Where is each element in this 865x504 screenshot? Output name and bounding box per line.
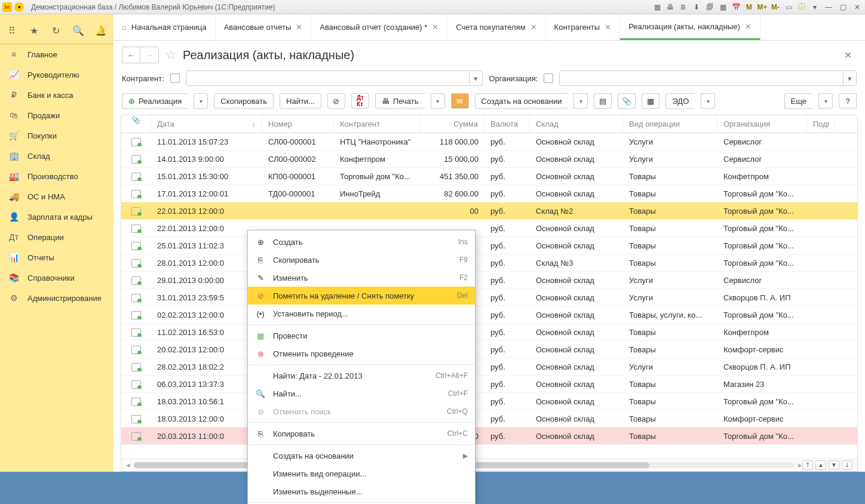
- tab[interactable]: Счета покупателям✕: [447, 14, 545, 40]
- close-page-button[interactable]: ✕: [844, 50, 857, 61]
- more-button[interactable]: Еще: [784, 93, 812, 109]
- print-dropdown[interactable]: ▾: [431, 93, 445, 109]
- minimize-button[interactable]: —: [823, 2, 834, 12]
- context-menu-item[interactable]: Изменить вид операции...: [248, 465, 475, 483]
- tb-icon[interactable]: ▭: [784, 2, 793, 12]
- col-ext[interactable]: Подг: [807, 115, 835, 133]
- nav-forward-button[interactable]: →: [140, 47, 158, 63]
- favorite-star-icon[interactable]: ☆: [165, 47, 177, 63]
- cancel-search-button[interactable]: ⊘: [327, 93, 345, 109]
- tab-close-icon[interactable]: ✕: [530, 23, 537, 32]
- create-button[interactable]: ⊕Реализация: [122, 93, 188, 109]
- find-button[interactable]: Найти...: [280, 93, 321, 109]
- context-menu-item[interactable]: 🔍 Найти... Ctrl+F: [248, 385, 475, 402]
- col-store[interactable]: Склад: [530, 115, 623, 133]
- context-menu-item[interactable]: Создать на основании ▶: [248, 447, 475, 465]
- maximize-button[interactable]: ▢: [838, 2, 848, 12]
- m-button[interactable]: M: [744, 2, 754, 12]
- grid-nav-bottom[interactable]: ⤓: [842, 460, 852, 470]
- context-menu-item[interactable]: ⎘ Скопировать F9: [248, 251, 475, 269]
- table-row[interactable]: 20.02.2013 12:00:0 руб. Основной склад Т…: [121, 341, 857, 358]
- table-row[interactable]: 17.01.2013 12:00:01 ТД00-000001 ИнноТрей…: [121, 185, 857, 202]
- table-row[interactable]: 02.02.2013 12:00:0 руб. Основной склад Т…: [121, 306, 857, 324]
- history-icon[interactable]: ↻: [51, 26, 61, 36]
- info-icon[interactable]: ⓘ: [797, 2, 806, 12]
- filter-contragent-combo[interactable]: ▾: [186, 70, 483, 86]
- copy-button[interactable]: Скопировать: [214, 93, 274, 109]
- sidebar-item[interactable]: ≡Главное: [0, 44, 114, 64]
- context-menu-item[interactable]: ⊘ Пометить на удаление / Снять пометку D…: [248, 287, 475, 305]
- sidebar-item[interactable]: ₽Банк и касса: [0, 85, 114, 105]
- table-row[interactable]: 11.02.2013 16:53:0 руб. Основной склад Т…: [121, 324, 857, 341]
- context-menu-item[interactable]: Изменить выделенные...: [248, 483, 475, 500]
- tb-icon[interactable]: ▦: [652, 2, 662, 12]
- grid-nav-down[interactable]: ▼: [829, 460, 839, 470]
- close-button[interactable]: ✕: [852, 2, 863, 12]
- tab[interactable]: ⌂Начальная страница: [114, 14, 216, 40]
- tb-icon[interactable]: ⬇: [692, 2, 701, 12]
- app-menu-dropdown[interactable]: ▾: [14, 2, 24, 12]
- sidebar-item[interactable]: 📊Отчеты: [0, 247, 114, 268]
- tab-close-icon[interactable]: ✕: [745, 22, 751, 31]
- table-row[interactable]: 28.02.2013 18:02:2 руб. Основной склад У…: [121, 358, 857, 376]
- col-attach[interactable]: 📎: [121, 115, 151, 133]
- table-row[interactable]: 18.03.2013 12:00:0 руб. Основной склад Т…: [121, 410, 857, 428]
- table-row[interactable]: 11.01.2013 15:07:23 СЛ00-000001 НТЦ "Нан…: [121, 133, 857, 150]
- context-menu-item[interactable]: ✎ Изменить F2: [248, 269, 475, 287]
- tab[interactable]: Авансовые отчеты✕: [216, 14, 312, 40]
- col-date[interactable]: Дата↓: [151, 115, 262, 133]
- col-currency[interactable]: Валюта: [484, 115, 530, 133]
- tab[interactable]: Контрагенты✕: [546, 14, 621, 40]
- col-number[interactable]: Номер: [262, 115, 334, 133]
- email-button[interactable]: ✉: [451, 93, 469, 109]
- create-dropdown[interactable]: ▾: [194, 93, 208, 109]
- tool-icon-1[interactable]: ▤: [594, 93, 612, 109]
- edo-button[interactable]: ЭДО: [665, 93, 695, 109]
- attach-button[interactable]: 📎: [618, 93, 636, 109]
- create-base-button[interactable]: Создать на основании: [475, 93, 568, 109]
- table-row[interactable]: 20.03.2013 11:00:0 00 руб. Основной скла…: [121, 428, 857, 445]
- tab[interactable]: Авансовый отчет (создание) *✕: [311, 14, 447, 40]
- preview-icon[interactable]: 🗎: [679, 2, 688, 12]
- sidebar-item[interactable]: 📈Руководителю: [0, 64, 114, 85]
- dtkt-button[interactable]: ДтКт: [351, 93, 369, 109]
- create-base-dropdown[interactable]: ▾: [573, 93, 588, 109]
- table-row[interactable]: 28.01.2013 12:00:0 руб. Склад №3 Товары …: [121, 254, 857, 272]
- col-contragent[interactable]: Контрагент: [334, 115, 420, 133]
- table-row[interactable]: 25.01.2013 11:02:3 руб. Основной склад Т…: [121, 237, 857, 254]
- tab-close-icon[interactable]: ✕: [605, 23, 611, 32]
- table-row[interactable]: 15.01.2013 15:30:00 КП00-000001 Торговый…: [121, 168, 857, 185]
- sidebar-item[interactable]: 📚Справочники: [0, 268, 114, 288]
- sidebar-item[interactable]: 🏭Производство: [0, 166, 114, 186]
- table-row[interactable]: 06.03.2013 13:37:3 руб. Основной склад Т…: [121, 376, 857, 393]
- help-button[interactable]: ?: [839, 93, 857, 109]
- calendar-icon[interactable]: 📅: [731, 2, 741, 12]
- print-icon[interactable]: 🖶: [665, 2, 675, 12]
- sidebar-item[interactable]: 👤Зарплата и кадры: [0, 207, 114, 227]
- context-menu-item[interactable]: ▦ Провести: [248, 327, 475, 345]
- tab[interactable]: Реализация (акты, накладные)✕: [620, 14, 760, 40]
- sidebar-item[interactable]: 🛍Продажи: [0, 105, 114, 125]
- m-plus-button[interactable]: M+: [757, 2, 767, 12]
- sidebar-item[interactable]: 🛒Покупки: [0, 125, 114, 146]
- context-menu-item[interactable]: ⊗ Отменить проведение: [248, 345, 475, 362]
- col-org[interactable]: Организация: [717, 115, 807, 133]
- table-row[interactable]: 14.01.2013 9:00:00 СЛ00-000002 Конфетпро…: [121, 150, 857, 168]
- filter-contragent-checkbox[interactable]: [170, 73, 180, 83]
- context-menu-item[interactable]: (•) Установить период...: [248, 305, 475, 322]
- filter-org-checkbox[interactable]: [544, 73, 553, 83]
- sidebar-item[interactable]: ДтОперации: [0, 227, 114, 247]
- tb-icon[interactable]: 🗐: [705, 2, 714, 12]
- dropdown-icon[interactable]: ▾: [810, 2, 820, 12]
- context-menu-item[interactable]: Найти: Дата - 22.01.2013 Ctrl+Alt+F: [248, 367, 475, 385]
- edo-dropdown[interactable]: ▾: [701, 93, 715, 109]
- col-sum[interactable]: Сумма: [420, 115, 484, 133]
- sidebar-item[interactable]: 🚚ОС и НМА: [0, 186, 114, 207]
- print-button[interactable]: 🖶 Печать: [375, 93, 425, 109]
- table-row[interactable]: 22.01.2013 12:00:0 00 руб. Склад №2 Това…: [121, 202, 857, 220]
- grid-nav-up[interactable]: ▲: [815, 460, 826, 470]
- table-row[interactable]: 31.01.2013 23:59:5 руб. Основной склад У…: [121, 289, 857, 306]
- context-menu-item[interactable]: ⎘ Копировать Ctrl+C: [248, 425, 475, 442]
- more-dropdown[interactable]: ▾: [818, 93, 833, 109]
- table-row[interactable]: 29.01.2013 0:00:00 руб. Основной склад У…: [121, 272, 857, 289]
